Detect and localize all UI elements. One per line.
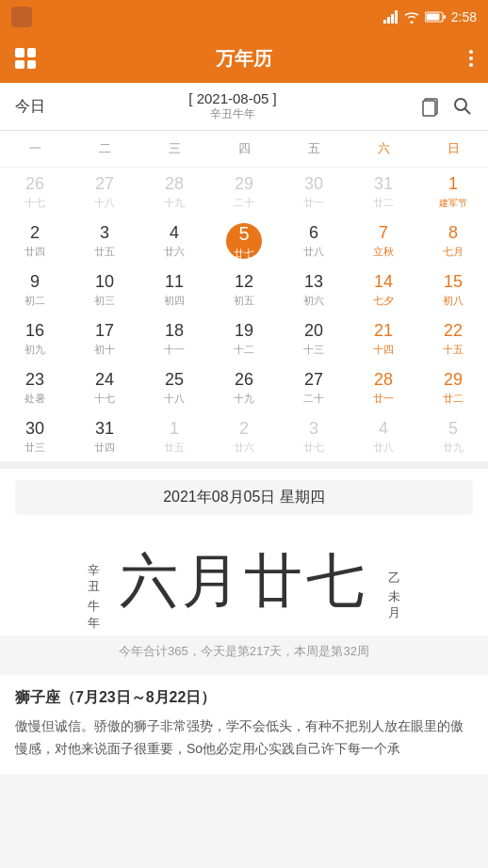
day-cell[interactable]: 4廿八 <box>349 412 418 461</box>
day-cell[interactable]: 17初十 <box>70 314 139 363</box>
app-title: 万年历 <box>216 46 272 72</box>
big-date-right-text: 乙 未 月 <box>383 562 405 600</box>
day-cell[interactable]: 2廿四 <box>0 217 70 265</box>
day-cell[interactable]: 15初八 <box>418 265 488 314</box>
day-cell[interactable]: 5廿九 <box>418 412 488 461</box>
day-cell[interactable]: 26十九 <box>209 363 279 412</box>
weekday-tue: 二 <box>70 137 139 161</box>
day-cell[interactable]: 2廿六 <box>209 412 279 461</box>
weekday-fri: 五 <box>279 137 349 161</box>
zodiac-text: 傲慢但诚信。骄傲的狮子非常强势，学不会低头，有种不把别人放在眼里的傲慢感，对他来… <box>15 715 473 761</box>
day-cell[interactable]: 23处暑 <box>0 363 70 412</box>
svg-rect-6 <box>426 14 439 21</box>
day-cell[interactable]: 10初三 <box>70 265 139 314</box>
weekday-thu: 四 <box>209 137 279 161</box>
grid-icon[interactable] <box>15 48 36 69</box>
big-date-left: 辛 丑 牛 年 <box>83 554 105 609</box>
svg-rect-3 <box>395 10 398 24</box>
day-cell[interactable]: 27十八 <box>70 168 139 217</box>
day-cell[interactable]: 19十二 <box>209 314 279 363</box>
day-cell[interactable]: 31廿二 <box>349 168 418 217</box>
today-cell[interactable]: 5 廿七 <box>209 217 279 265</box>
day-cell[interactable]: 29二十 <box>209 168 279 217</box>
svg-rect-0 <box>383 20 386 24</box>
day-cell[interactable]: 21十四 <box>349 314 418 363</box>
svg-rect-8 <box>423 101 435 116</box>
day-cell[interactable]: 24十七 <box>70 363 139 412</box>
weekday-sat: 六 <box>349 137 418 161</box>
day-cell[interactable]: 16初九 <box>0 314 70 363</box>
svg-rect-1 <box>387 17 390 24</box>
day-cell[interactable]: 20十三 <box>279 314 349 363</box>
day-cell[interactable]: 4廿六 <box>139 217 209 265</box>
sub-header-icons <box>420 96 473 117</box>
day-cell[interactable]: 11初四 <box>139 265 209 314</box>
big-date-display: 辛 丑 牛 年 六月廿七 乙 未 月 <box>0 526 488 635</box>
section-divider <box>0 461 488 469</box>
copy-icon[interactable] <box>420 96 441 117</box>
day-cell[interactable]: 13初六 <box>279 265 349 314</box>
more-options-icon[interactable] <box>469 50 473 67</box>
calendar-grid: 26十七 27十八 28十九 29二十 30廿一 31廿二 1建军节 2廿四 3… <box>0 168 488 461</box>
day-cell[interactable]: 6廿八 <box>279 217 349 265</box>
stats-text: 今年合计365，今天是第217天，本周是第32周 <box>119 644 369 658</box>
day-cell[interactable]: 12初五 <box>209 265 279 314</box>
header-date: [ 2021-08-05 ] <box>188 90 276 106</box>
top-nav-right[interactable] <box>435 50 473 67</box>
day-cell[interactable]: 1建军节 <box>418 168 488 217</box>
stats-bar: 今年合计365，今天是第217天，本周是第32周 <box>0 635 488 667</box>
day-cell[interactable]: 28廿一 <box>349 363 418 412</box>
time-display: 2:58 <box>451 9 477 24</box>
day-cell[interactable]: 1廿五 <box>139 412 209 461</box>
day-cell[interactable]: 3廿五 <box>70 217 139 265</box>
svg-rect-5 <box>444 15 446 19</box>
weekday-wed: 三 <box>139 137 209 161</box>
day-cell[interactable]: 30廿三 <box>0 412 70 461</box>
header-lunar: 辛丑牛年 <box>188 106 276 122</box>
day-cell[interactable]: 25十八 <box>139 363 209 412</box>
day-cell[interactable]: 26十七 <box>0 168 70 217</box>
big-date-right: 乙 未 月 <box>383 562 405 600</box>
top-nav: 万年历 <box>0 34 488 83</box>
signal-icon <box>383 10 399 24</box>
day-cell[interactable]: 27二十 <box>279 363 349 412</box>
weekday-header: 一 二 三 四 五 六 日 <box>0 131 488 168</box>
battery-icon <box>425 11 446 23</box>
day-cell[interactable]: 30廿一 <box>279 168 349 217</box>
calendar: 一 二 三 四 五 六 日 26十七 27十八 28十九 29二十 30廿一 3… <box>0 131 488 461</box>
svg-line-10 <box>464 108 470 114</box>
big-date-main: 六月廿七 <box>120 541 368 620</box>
today-button[interactable]: 今日 <box>15 97 45 117</box>
zodiac-title: 狮子座（7月23日～8月22日） <box>15 688 473 708</box>
weekday-sun: 日 <box>418 137 488 161</box>
day-cell[interactable]: 3廿七 <box>279 412 349 461</box>
big-date-left-text: 辛 丑 牛 年 <box>83 554 105 609</box>
weekday-mon: 一 <box>0 137 70 161</box>
svg-rect-2 <box>391 14 394 24</box>
wifi-icon <box>404 10 419 24</box>
sub-header: 今日 [ 2021-08-05 ] 辛丑牛年 <box>0 83 488 131</box>
status-bar-right: 2:58 <box>383 9 477 24</box>
zodiac-section: 狮子座（7月23日～8月22日） 傲慢但诚信。骄傲的狮子非常强势，学不会低头，有… <box>0 675 488 774</box>
day-cell[interactable]: 22十五 <box>418 314 488 363</box>
top-nav-left[interactable] <box>15 48 53 69</box>
app-icon <box>11 7 32 27</box>
day-cell[interactable]: 9初二 <box>0 265 70 314</box>
day-cell[interactable]: 31廿四 <box>70 412 139 461</box>
day-cell[interactable]: 14七夕 <box>349 265 418 314</box>
search-icon[interactable] <box>452 96 473 117</box>
date-info-title: 2021年08月05日 星期四 <box>15 480 473 515</box>
day-cell[interactable]: 28十九 <box>139 168 209 217</box>
day-cell[interactable]: 8七月 <box>418 217 488 265</box>
sub-header-center: [ 2021-08-05 ] 辛丑牛年 <box>188 90 276 122</box>
status-bar: 2:58 <box>0 0 488 34</box>
day-cell[interactable]: 7立秋 <box>349 217 418 265</box>
day-cell[interactable]: 18十一 <box>139 314 209 363</box>
date-info-section: 2021年08月05日 星期四 <box>0 469 488 526</box>
day-cell[interactable]: 29廿二 <box>418 363 488 412</box>
